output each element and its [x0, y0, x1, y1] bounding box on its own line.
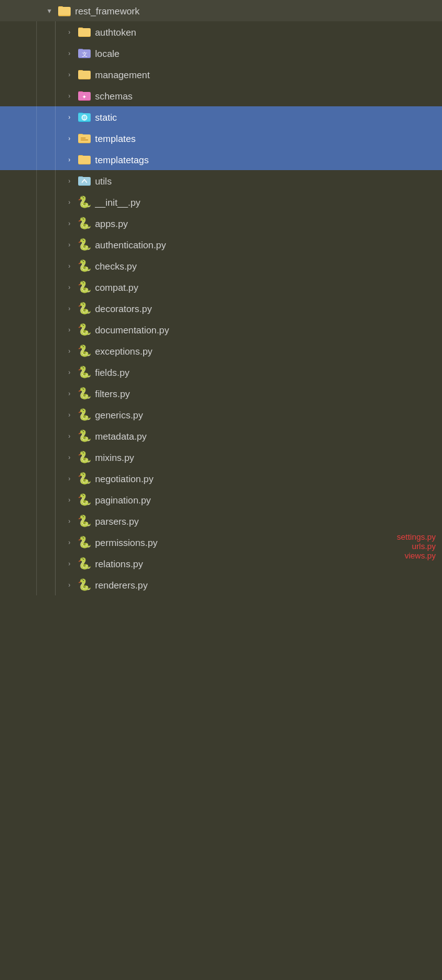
- tree-item-filters[interactable]: › 🐍 filters.py: [0, 383, 442, 404]
- tree-item-negotiation[interactable]: › 🐍 negotiation.py: [0, 468, 442, 489]
- tree-item-metadata[interactable]: › 🐍 metadata.py: [0, 425, 442, 447]
- tree-item-label: permissions.py: [95, 537, 158, 548]
- python-icon: 🐍: [78, 280, 91, 294]
- python-icon: 🐍: [78, 535, 91, 549]
- settings-label: settings.py: [397, 533, 436, 542]
- python-icon: 🐍: [78, 450, 91, 464]
- chevron-icon: ▼: [44, 5, 55, 16]
- python-icon: 🐍: [78, 429, 91, 443]
- tree-children: › authtoken › 文 locale: [0, 21, 442, 595]
- tree-item-label: mixins.py: [95, 452, 134, 463]
- chevron-icon: ›: [64, 409, 75, 420]
- tree-item-label: static: [95, 112, 117, 123]
- python-icon: 🐍: [78, 259, 91, 273]
- svg-rect-33: [78, 177, 91, 185]
- svg-rect-30: [78, 156, 91, 164]
- tree-item-documentation[interactable]: › 🐍 documentation.py: [0, 319, 442, 340]
- chevron-icon: ›: [64, 345, 75, 356]
- urls-label: urls.py: [397, 542, 436, 552]
- tree-item-label: utils: [95, 176, 112, 186]
- tree-item-permissions[interactable]: › 🐍 permissions.py settings.py urls.py v…: [0, 532, 442, 553]
- chevron-icon: ›: [64, 388, 75, 399]
- tree-item-parsers[interactable]: › 🐍 parsers.py: [0, 510, 442, 532]
- python-icon: 🐍: [78, 493, 91, 507]
- tree-item-rest-framework[interactable]: ▼ rest_framework: [0, 0, 442, 21]
- chevron-icon: ›: [64, 90, 75, 101]
- chevron-icon: ›: [64, 175, 75, 186]
- tree-item-generics[interactable]: › 🐍 generics.py: [0, 404, 442, 425]
- chevron-icon: ›: [64, 366, 75, 378]
- tree-item-decorators[interactable]: › 🐍 decorators.py: [0, 298, 442, 319]
- tree-item-apps[interactable]: › 🐍 apps.py: [0, 213, 442, 234]
- tree-item-label: renderers.py: [95, 580, 148, 590]
- tree-item-management[interactable]: › management: [0, 64, 442, 85]
- tree-item-static[interactable]: › static: [0, 106, 442, 128]
- tree-item-schemas[interactable]: › ✦ schemas: [0, 85, 442, 106]
- chevron-icon: ›: [64, 324, 75, 335]
- tree-item-label: pagination.py: [95, 495, 151, 505]
- tree-item-label: fields.py: [95, 367, 129, 378]
- chevron-icon: ›: [64, 133, 75, 144]
- chevron-icon: ›: [64, 218, 75, 229]
- tree-item-init[interactable]: › 🐍 __init__.py: [0, 191, 442, 213]
- tree-item-authtoken[interactable]: › authtoken: [0, 21, 442, 43]
- file-tree: ▼ rest_framework › authtoken: [0, 0, 442, 595]
- tree-item-label: management: [95, 69, 150, 80]
- folder-locale-icon: 文: [78, 46, 91, 60]
- svg-rect-26: [81, 138, 86, 139]
- tree-item-label: relations.py: [95, 558, 143, 569]
- tree-item-label: decorators.py: [95, 303, 152, 314]
- tree-item-label: negotiation.py: [95, 473, 153, 484]
- folder-schemas-icon: ✦: [78, 89, 91, 103]
- folder-yellow-icon: [78, 68, 91, 81]
- chevron-icon: ›: [64, 579, 75, 590]
- tree-item-label: compat.py: [95, 282, 138, 293]
- python-icon: 🐍: [78, 557, 91, 570]
- python-icon: 🐍: [78, 472, 91, 485]
- tree-item-label: templatetags: [95, 154, 149, 165]
- folder-yellow-icon: [78, 25, 91, 39]
- tree-item-fields[interactable]: › 🐍 fields.py: [0, 361, 442, 383]
- chevron-icon: ›: [64, 111, 75, 123]
- chevron-icon: ›: [64, 452, 75, 463]
- svg-rect-2: [58, 7, 71, 15]
- tree-item-renderers[interactable]: › 🐍 renderers.py: [0, 574, 442, 595]
- tree-item-label: rest_framework: [75, 6, 139, 16]
- chevron-icon: ›: [64, 260, 75, 271]
- tree-item-authentication[interactable]: › 🐍 authentication.py: [0, 234, 442, 255]
- python-icon: 🐍: [78, 195, 91, 209]
- chevron-icon: ›: [64, 558, 75, 569]
- folder-icon: [58, 4, 71, 18]
- tree-item-label: apps.py: [95, 218, 128, 229]
- python-icon: 🐍: [78, 514, 91, 528]
- python-icon: 🐍: [78, 365, 91, 379]
- tree-item-label: locale: [95, 48, 119, 59]
- python-icon: 🐍: [78, 578, 91, 592]
- tree-item-checks[interactable]: › 🐍 checks.py: [0, 255, 442, 276]
- svg-rect-27: [81, 139, 88, 141]
- chevron-icon: ›: [64, 303, 75, 314]
- tree-item-templates[interactable]: › templates: [0, 128, 442, 149]
- tree-item-label: documentation.py: [95, 325, 169, 335]
- tree-item-label: parsers.py: [95, 516, 139, 527]
- tree-item-locale[interactable]: › 文 locale: [0, 43, 442, 64]
- tree-item-label: templates: [95, 133, 136, 144]
- python-icon: 🐍: [78, 408, 91, 422]
- chevron-icon: ›: [64, 196, 75, 208]
- tree-item-label: authentication.py: [95, 240, 166, 250]
- tree-item-templatetags[interactable]: › templatetags: [0, 149, 442, 170]
- chevron-icon: ›: [64, 537, 75, 548]
- tree-item-mixins[interactable]: › 🐍 mixins.py: [0, 447, 442, 468]
- chevron-icon: ›: [64, 473, 75, 484]
- tree-item-relations[interactable]: › 🐍 relations.py: [0, 553, 442, 574]
- chevron-icon: ›: [64, 494, 75, 505]
- python-icon: 🐍: [78, 238, 91, 251]
- tree-item-compat[interactable]: › 🐍 compat.py: [0, 276, 442, 298]
- svg-text:✦: ✦: [82, 94, 87, 100]
- tree-item-label: exceptions.py: [95, 346, 153, 356]
- tree-item-exceptions[interactable]: › 🐍 exceptions.py: [0, 340, 442, 361]
- chevron-icon: ›: [64, 515, 75, 527]
- tree-item-pagination[interactable]: › 🐍 pagination.py: [0, 489, 442, 510]
- tree-item-utils[interactable]: › utils: [0, 170, 442, 191]
- python-icon: 🐍: [78, 344, 91, 358]
